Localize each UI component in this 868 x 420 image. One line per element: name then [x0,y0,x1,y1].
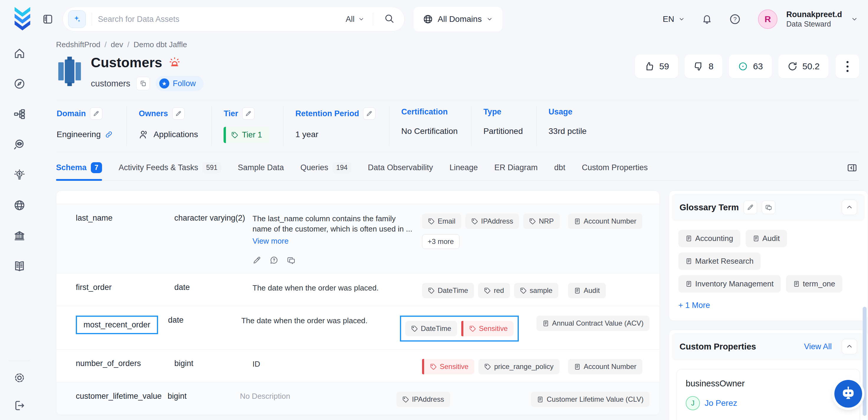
pill-label: IPAddress [412,395,444,403]
tag-pill[interactable]: price_range_policy [478,359,559,374]
stat-watch[interactable]: 63 [729,55,772,78]
column-description-cell: No Description [240,392,396,407]
glossary-book-icon [574,363,581,370]
tag-pill[interactable]: DateTime [422,283,474,298]
follow-button[interactable]: ★ Follow [156,76,204,91]
schema-table: last_namecharacter varying(2)The last_na… [56,190,660,415]
tag-pill[interactable]: sample [514,283,558,298]
breadcrumb-item[interactable]: RedshiftProd [56,40,100,49]
sensitive-tag-pill[interactable]: Sensitive [422,359,474,374]
description-conversation-icon[interactable] [287,256,296,266]
stat-refresh[interactable]: 50.2 [778,55,829,78]
tab-badge: 194 [332,162,351,173]
glossary-book-icon[interactable] [13,259,26,273]
breadcrumb-item[interactable]: dev [111,40,123,49]
global-search-bar[interactable]: Search for Data Assets All [63,7,405,32]
breadcrumb-item[interactable]: Demo dbt Jaffle [134,40,187,49]
user-menu-chevron-icon[interactable] [851,16,858,23]
tag-pill[interactable]: DateTime [405,321,457,336]
tab-schema[interactable]: Schema7 [56,162,102,180]
glossary-term-pill[interactable]: Inventory Management [678,275,781,293]
home-icon[interactable] [13,47,26,60]
tag-pill[interactable]: IPAddress [465,214,519,229]
request-description-icon[interactable] [270,256,278,266]
page-title: Customers [91,55,162,70]
collapse-chevron-icon[interactable] [842,339,857,354]
notifications-bell-icon[interactable] [701,13,713,25]
tab-er-diagram[interactable]: ER Diagram [494,162,538,180]
collapse-chevron-icon[interactable] [842,200,857,215]
tab-sample-data[interactable]: Sample Data [238,162,284,180]
domains-globe-icon[interactable] [13,199,26,212]
edit-icon[interactable] [172,107,185,120]
edit-icon[interactable] [242,107,254,120]
tag-pill[interactable]: Audit [568,283,606,298]
stat-thumbs-up[interactable]: 59 [635,55,678,78]
comment-icon[interactable] [762,201,775,214]
chatbot-button[interactable] [834,380,862,408]
sensitive-tag-pill[interactable]: Sensitive [461,321,514,336]
more-options-kebab-button[interactable] [836,55,859,78]
tag-pill[interactable]: NRP [523,214,560,229]
sidebar-toggle-icon[interactable] [42,13,54,25]
search-scope-dropdown[interactable]: All [346,15,367,24]
view-more-link[interactable]: View more [252,237,288,246]
glossary-book-icon [537,396,544,403]
column-tags-cell: EmailIPAddressNRP+3 more [422,214,568,266]
tab-activity-feeds-tasks[interactable]: Activity Feeds & Tasks591 [119,162,221,180]
help-icon[interactable]: ? [729,13,741,25]
tab-lineage[interactable]: Lineage [450,162,478,180]
search-icon[interactable] [379,13,400,25]
glossary-more-link[interactable]: + 1 More [678,301,710,310]
stat-value: 50.2 [803,61,819,71]
tag-pill[interactable]: red [478,283,510,298]
tab-dbt[interactable]: dbt [554,162,565,180]
tag-pill[interactable]: Customer Lifetime Value (CLV) [531,392,649,407]
highlighted-tags-group: DateTimeSensitive [400,316,519,341]
glossary-term-pill[interactable]: Accounting [678,230,740,247]
domains-filter-button[interactable]: All Domains [413,7,502,32]
stat-thumbs-down[interactable]: 8 [685,55,722,78]
alert-siren-icon[interactable] [169,56,181,69]
glossary-term-panel: Glossary Term AccountingAuditMarket Rese… [669,190,868,321]
logout-icon[interactable] [13,399,26,412]
lineage-flow-icon[interactable] [13,107,26,121]
edit-icon[interactable] [363,107,375,120]
edit-description-icon[interactable] [252,256,261,266]
column-tags-cell: DateTimeSensitive [400,316,536,341]
settings-gear-icon[interactable] [13,371,26,385]
more-tags-pill[interactable]: +3 more [422,234,460,249]
owner-link[interactable]: Jo Perez [705,398,737,408]
glossary-term-pill[interactable]: term_one [786,275,842,293]
edit-icon[interactable] [744,201,757,214]
language-dropdown[interactable]: EN [663,14,685,24]
edit-icon[interactable] [90,107,102,120]
edit-pencil-icon [93,110,99,117]
explore-compass-icon[interactable] [13,77,26,91]
vertical-scrollbar[interactable] [863,307,867,416]
tag-pill[interactable]: Email [422,214,461,229]
tag-pill[interactable]: IPAddress [396,392,450,407]
redshift-table-icon [56,55,83,87]
app-logo[interactable] [12,6,33,32]
insights-bulb-icon[interactable] [13,168,26,182]
observability-search-eye-icon[interactable] [13,138,26,151]
right-panel-toggle-icon[interactable] [845,162,859,180]
ai-sparkle-icon[interactable] [68,10,86,28]
glossary-term-pill[interactable]: Market Research [678,252,761,270]
user-menu[interactable]: Rounakpreet.d Data Steward [786,10,842,29]
user-avatar[interactable]: R [758,9,777,29]
tag-pill[interactable]: Annual Contract Value (ACV) [536,316,649,331]
tag-pill[interactable]: Account Number [568,359,642,374]
pill-label: Audit [584,287,600,295]
copy-icon[interactable] [136,77,150,90]
tab-data-observability[interactable]: Data Observability [368,162,433,180]
tab-queries[interactable]: Queries194 [300,162,351,180]
view-all-link[interactable]: View All [804,342,832,351]
glossary-term-pill[interactable]: Audit [746,230,787,247]
summary-label: Owners [138,109,168,118]
governance-bank-icon[interactable] [13,229,26,242]
tab-custom-properties[interactable]: Custom Properties [582,162,648,180]
tag-pill[interactable]: Account Number [568,214,642,229]
tier-badge[interactable]: Tier 1 [223,127,270,143]
